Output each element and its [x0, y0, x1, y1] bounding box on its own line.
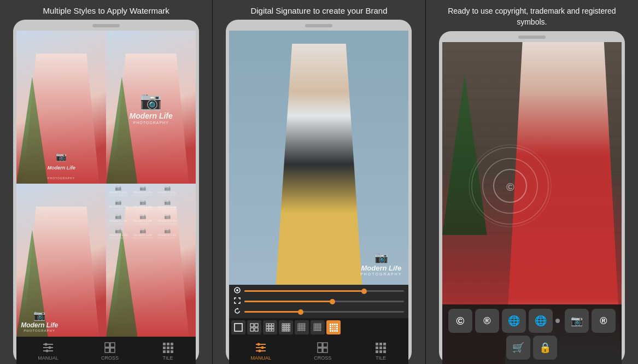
toolbar-item-manual-1[interactable]: MANUAL: [32, 340, 64, 362]
toolbar-item-cross-1[interactable]: CROSS: [96, 340, 124, 362]
symbol-registered-2[interactable]: ®: [592, 309, 616, 333]
cross-label-1: CROSS: [101, 355, 119, 361]
photo-cell-3: 📷 Modern Life PHOTOGRAPHY: [16, 184, 106, 337]
cross-icon-1: [103, 341, 116, 354]
svg-rect-98: [318, 343, 322, 347]
photo-cell-2: 📷 Modern Life PHOTOGRAPHY: [106, 31, 196, 184]
svg-rect-34: [272, 326, 274, 328]
panel-watermark-styles: Multiple Styles to Apply Watermark 📷 Mod…: [0, 0, 212, 364]
svg-rect-109: [383, 347, 386, 349]
panel-2-title: Digital Signature to create your Brand: [250, 6, 387, 15]
phone-screen-3: © © ® 🌐 🌐 📷 ® 🛒 🔒: [442, 42, 622, 365]
concentric-circles: ©: [466, 142, 554, 232]
svg-rect-35: [266, 329, 268, 331]
svg-rect-26: [255, 324, 258, 327]
svg-rect-17: [171, 347, 173, 349]
pattern-3x3[interactable]: [263, 320, 277, 334]
svg-rect-8: [105, 348, 109, 353]
panel-1-header: Multiple Styles to Apply Watermark: [32, 0, 180, 20]
signature-watermark: 📷 Modern Life PHOTOGRAPHY: [360, 251, 402, 276]
svg-point-93: [257, 343, 260, 346]
svg-rect-100: [318, 348, 322, 353]
svg-rect-42: [282, 326, 284, 327]
svg-rect-30: [269, 324, 271, 326]
svg-rect-18: [163, 350, 166, 353]
photo-grid: 📷 Modern Life PHOTOGRAPHY 📷 Modern Life: [16, 31, 196, 337]
svg-rect-91: [336, 330, 338, 332]
symbol-registered[interactable]: ®: [475, 309, 499, 333]
slider-thumb-1: [361, 289, 367, 294]
manual-label-1: MANUAL: [38, 355, 58, 361]
toolbar-1: MANUAL CROSS: [16, 337, 196, 364]
svg-rect-9: [110, 348, 115, 353]
svg-rect-107: [376, 347, 378, 349]
grid-icon-1: [161, 341, 174, 354]
svg-rect-86: [334, 328, 336, 330]
svg-rect-46: [282, 328, 284, 330]
svg-rect-44: [286, 326, 288, 327]
svg-rect-38: [282, 324, 284, 325]
symbol-lock[interactable]: 🔒: [533, 336, 557, 360]
svg-point-1: [44, 343, 47, 346]
svg-rect-27: [250, 328, 254, 331]
svg-rect-47: [284, 328, 286, 330]
slider-track-1[interactable]: [244, 290, 404, 292]
pattern-6x6[interactable]: [311, 320, 325, 334]
phone-screen-1: 📷 Modern Life PHOTOGRAPHY 📷 Modern Life: [16, 31, 196, 364]
symbol-cart[interactable]: 🛒: [506, 336, 530, 360]
svg-rect-45: [289, 326, 290, 327]
svg-rect-81: [332, 326, 333, 327]
svg-rect-16: [167, 347, 169, 349]
sig-wm-sub: PHOTOGRAPHY: [360, 272, 402, 276]
svg-rect-83: [336, 326, 338, 327]
slider-track-3[interactable]: [244, 311, 404, 313]
circle-icon: [233, 287, 241, 295]
sliders-icon-1: [42, 341, 55, 354]
pattern-2x2[interactable]: [247, 320, 261, 334]
svg-rect-88: [330, 330, 331, 332]
svg-rect-37: [272, 329, 274, 331]
svg-rect-104: [376, 343, 378, 345]
svg-rect-89: [332, 330, 333, 332]
pattern-filled[interactable]: [326, 320, 341, 334]
sliders-icon-2: [254, 341, 267, 354]
svg-point-3: [48, 347, 51, 349]
svg-rect-28: [255, 328, 258, 331]
svg-rect-85: [332, 328, 333, 330]
svg-rect-25: [250, 324, 254, 327]
svg-rect-29: [266, 324, 268, 326]
phone-speaker-2: [305, 24, 332, 27]
signature-photo: 📷 Modern Life PHOTOGRAPHY: [229, 31, 408, 285]
svg-point-5: [45, 350, 48, 353]
toolbar-item-tile-1[interactable]: TILE: [156, 340, 180, 362]
svg-rect-20: [171, 350, 173, 353]
svg-marker-23: [237, 308, 239, 309]
svg-rect-105: [379, 343, 382, 345]
symbols-photo-area: © © ® 🌐 🌐 📷 ® 🛒 🔒: [442, 42, 622, 365]
phone-frame-1: 📷 Modern Life PHOTOGRAPHY 📷 Modern Life: [13, 20, 199, 364]
slider-track-2[interactable]: [244, 301, 404, 302]
svg-rect-32: [266, 326, 268, 328]
toolbar-item-cross-2[interactable]: CROSS: [308, 340, 337, 362]
panel-2-header: Digital Signature to create your Brand: [239, 0, 398, 20]
symbol-globe-2[interactable]: 🌐: [529, 309, 553, 333]
phone-speaker-1: [92, 24, 120, 27]
symbol-camera[interactable]: 📷: [565, 309, 589, 333]
symbol-copyright[interactable]: ©: [448, 309, 472, 333]
symbol-globe-1[interactable]: 🌐: [502, 309, 526, 333]
toolbar-item-manual-2[interactable]: MANUAL: [245, 340, 277, 362]
pattern-4x4[interactable]: [279, 320, 293, 334]
grid-icon-2: [374, 341, 387, 354]
svg-rect-99: [323, 343, 327, 347]
expand-icon: [233, 297, 241, 306]
panel-1-title: Multiple Styles to Apply Watermark: [43, 6, 169, 15]
slider-row-1: [233, 287, 404, 295]
toolbar-item-tile-2[interactable]: TILE: [368, 340, 393, 362]
slider-fill-1: [244, 290, 364, 292]
phone-speaker-3: [518, 36, 546, 39]
pattern-5x5[interactable]: [295, 320, 309, 334]
pattern-single[interactable]: [231, 320, 245, 334]
svg-rect-101: [323, 348, 327, 353]
phone-frame-2: 📷 Modern Life PHOTOGRAPHY: [226, 20, 412, 364]
svg-rect-50: [282, 330, 284, 332]
